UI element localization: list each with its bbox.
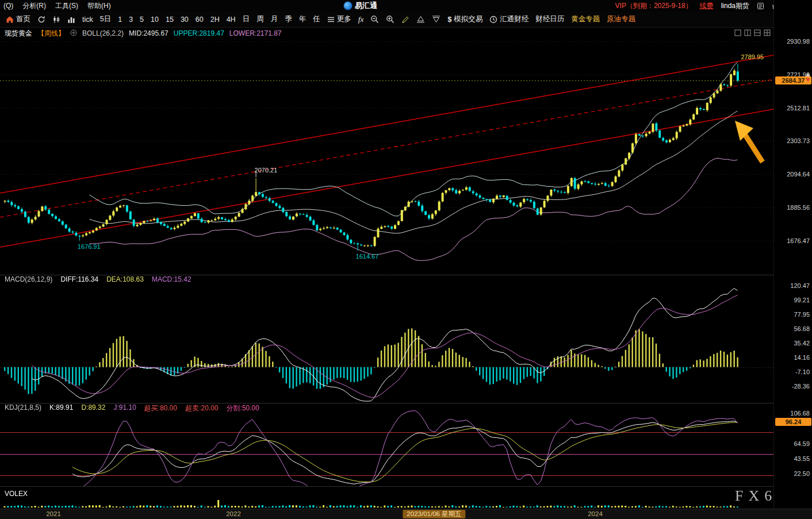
period-cn-周[interactable]: 周 [253,14,267,24]
period-3[interactable]: 3 [125,16,136,24]
boll-label: BOLL(26,2.2) [82,29,124,37]
draw-pencil-button[interactable] [398,16,413,24]
highlight-arrow [729,118,771,169]
app-logo-icon [344,2,352,10]
vip-status: VIP（到期：2025-9-18） [615,1,692,11]
axis-scroll-up-icon[interactable] [806,73,810,76]
more-button[interactable]: 更多 [324,14,355,24]
refresh-button[interactable] [34,16,49,24]
chart-area: MACD(26,12,9) DIFF:116.34 DEA:108.63 MAC… [0,39,773,509]
boll-mid-value: MID:2495.67 [129,29,168,37]
period-cn-月[interactable]: 月 [267,14,282,24]
macd-axis-label: 99.21 [794,297,810,304]
year-label: 2022 [226,510,241,517]
symbol-name: 现货黄金 [5,29,32,39]
sim-trading-button[interactable]: $ 模拟交易 [444,14,486,24]
tick-button[interactable]: tick [79,16,97,24]
main-axis-label: 2303.73 [787,137,810,145]
period-5[interactable]: 5 [136,16,147,24]
kdj-axis-label: 43.55 [794,455,810,463]
window-layout-buttons [734,29,771,38]
titlebar: (Q)分析(R)工具(S)帮助(H) 易汇通 VIP（到期：2025-9-18）… [0,0,812,12]
period-2H[interactable]: 2H [207,16,223,24]
calendar-button[interactable]: 财经日历 [532,14,568,24]
period-cn-年[interactable]: 年 [296,14,310,24]
main-axis-label: 1676.47 [787,237,810,245]
period-30[interactable]: 30 [177,16,192,24]
hamburger-icon [327,16,335,23]
period-1[interactable]: 1 [114,16,125,24]
period-10[interactable]: 10 [147,16,162,24]
pencil-icon [401,16,409,24]
kdj-axis-label: 22.50 [794,470,810,478]
time-axis[interactable]: 202120222024 2023/01/06 星期五 [0,509,812,519]
macd-axis-label: 120.47 [790,282,810,290]
triangle-down-tool-icon [432,15,441,24]
trendline-up-tool-button[interactable] [413,15,428,24]
year-label: 2021 [46,510,61,517]
candlestick-chart-icon [52,16,60,24]
period-cn-季[interactable]: 季 [281,14,296,24]
main-toolbar: 首页 tick 5日 13510153060 2H4H 日周月季年任 更多 fx… [0,11,812,28]
boll-upper-value: UPPER:2819.47 [174,29,224,37]
main-axis-label: 2930.98 [787,38,810,45]
menu-item-0[interactable]: (Q) [3,2,13,10]
price-chart-canvas[interactable] [0,39,773,509]
zoom-in-icon [386,15,394,24]
layout-grid-icon[interactable] [764,29,771,38]
dollar-icon: $ [447,16,451,24]
main-axis-label: 1885.56 [787,204,810,212]
fx-button[interactable]: fx [355,15,367,24]
layout-split-vertical-icon[interactable] [744,29,751,38]
renew-link[interactable]: 续费 [700,1,714,11]
price-axis[interactable]: 2930.982721.902512.812303.732094.641885.… [773,0,812,519]
candlestick-chart-button[interactable] [49,16,64,24]
zoom-out-icon [370,15,379,24]
app-title: 易汇通 [355,1,377,11]
period-4H[interactable]: 4H [223,16,239,24]
kdj-current-tag: 96.24 [775,418,811,426]
add-indicator-icon[interactable] [70,29,77,38]
period-60[interactable]: 60 [192,16,207,24]
macd-axis-label: 35.42 [794,340,810,347]
account-name: linda期货 [721,1,749,11]
bar-chart-icon [67,16,75,24]
macd-axis-label: 56.68 [794,325,810,333]
chart-header: 现货黄金 【周线】 BOLL(26,2.2) MID:2495.67 UPPER… [0,28,812,39]
trendline-down-tool-button[interactable] [428,15,444,24]
period-15[interactable]: 15 [162,16,177,24]
menu-bar: (Q)分析(R)工具(S)帮助(H) [0,1,120,11]
year-label: 2024 [588,510,603,517]
refresh-icon [37,16,45,24]
macd-axis-label: -7.10 [795,368,810,376]
period-cn-任[interactable]: 任 [309,14,324,24]
home-button[interactable]: 首页 [2,14,34,24]
period-cn-日[interactable]: 日 [239,14,254,24]
layout-single-icon[interactable] [734,29,741,38]
huitong-news-button[interactable]: 汇通财经 [486,14,532,24]
menu-item-2[interactable]: 工具(S) [55,1,78,11]
app-logo: 易汇通 [344,0,377,11]
main-axis-label: 2512.81 [787,105,810,112]
bar-chart-button[interactable] [64,16,79,24]
macd-axis-label: -28.36 [792,383,810,390]
oil-topic-button[interactable]: 原油专题 [603,14,639,24]
zoom-in-button[interactable] [382,15,398,24]
menu-item-3[interactable]: 帮助(H) [87,1,111,11]
macd-axis-label: 14.16 [794,354,810,362]
kdj-axis-label: 106.68 [790,410,810,417]
zoom-out-button[interactable] [367,15,382,24]
news-icon[interactable] [757,2,764,10]
menu-item-1[interactable]: 分析(R) [22,1,46,11]
gold-topic-button[interactable]: 黄金专题 [568,14,603,24]
selected-date-label: 2023/01/06 星期五 [403,510,465,518]
triangle-up-tool-icon [416,15,425,24]
kdj-axis-label: 64.59 [794,440,810,448]
axis-scroll-down-icon[interactable] [806,78,810,82]
clock-icon [489,16,497,24]
layout-split-horizontal-icon[interactable] [754,29,761,38]
boll-lower-value: LOWER:2171.87 [229,29,282,37]
period-tag: 【周线】 [37,29,65,39]
main-axis-label: 2094.64 [787,171,810,178]
period-5d-button[interactable]: 5日 [97,14,114,24]
